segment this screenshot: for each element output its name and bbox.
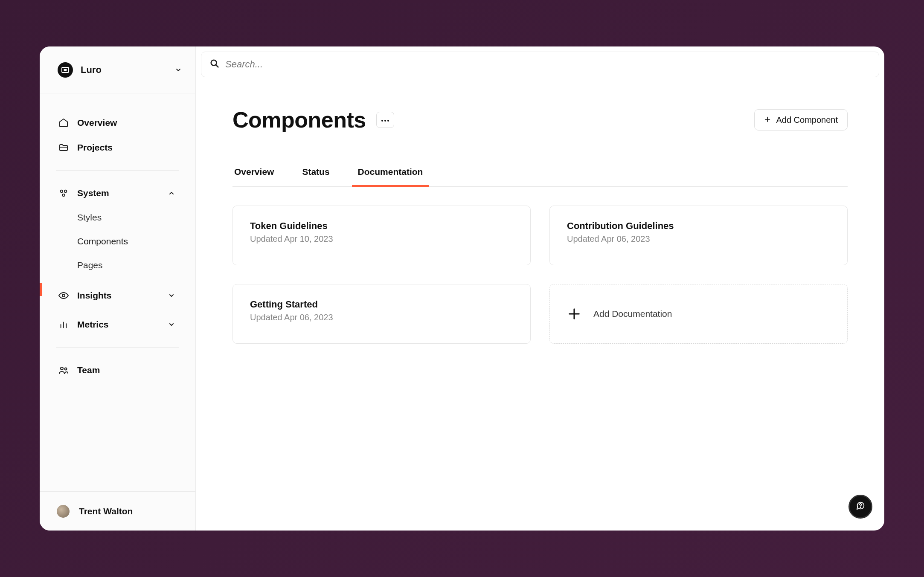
sidebar-item-label: Insights [77, 290, 168, 301]
sidebar-item-label: System [77, 188, 168, 198]
sidebar-item-insights[interactable]: Insights [52, 283, 183, 308]
avatar [57, 505, 70, 518]
workspace-logo [58, 62, 73, 78]
chevron-down-icon [168, 292, 175, 299]
tab-status[interactable]: Status [300, 167, 331, 186]
sidebar-item-label: Components [77, 236, 128, 246]
tab-documentation[interactable]: Documentation [356, 167, 425, 186]
tab-overview[interactable]: Overview [232, 167, 276, 186]
documentation-grid: Token Guidelines Updated Apr 10, 2023 Co… [232, 206, 848, 344]
bar-chart-icon [58, 319, 69, 330]
plus-icon [567, 307, 581, 321]
workspace-name: Luro [81, 64, 175, 75]
sidebar-item-styles[interactable]: Styles [52, 206, 183, 229]
svg-line-11 [216, 65, 218, 67]
sidebar-item-label: Styles [77, 212, 102, 223]
search-bar[interactable] [201, 52, 879, 77]
svg-point-2 [64, 190, 67, 193]
eye-icon [58, 290, 69, 301]
svg-point-3 [62, 194, 65, 197]
help-button[interactable] [848, 495, 872, 519]
active-nav-indicator [40, 283, 42, 296]
sidebar: Luro Overview Projects [40, 46, 196, 531]
add-component-label: Add Component [776, 115, 838, 125]
sidebar-item-overview[interactable]: Overview [52, 110, 183, 135]
chevron-down-icon [175, 67, 182, 73]
add-component-button[interactable]: Add Component [754, 109, 848, 130]
search-icon [210, 59, 219, 70]
more-icon [381, 116, 389, 124]
home-icon [58, 118, 69, 128]
add-documentation-label: Add Documentation [593, 309, 672, 319]
chevron-down-icon [168, 321, 175, 328]
page-header: Components Add Component [232, 107, 848, 133]
plus-icon [764, 115, 771, 125]
doc-updated: Updated Apr 10, 2023 [250, 234, 513, 244]
doc-title: Getting Started [250, 299, 513, 310]
sidebar-item-label: Metrics [77, 319, 168, 330]
svg-point-4 [62, 294, 65, 297]
doc-title: Contribution Guidelines [567, 220, 830, 232]
sidebar-item-team[interactable]: Team [52, 358, 183, 383]
tabs: Overview Status Documentation [232, 167, 848, 187]
doc-updated: Updated Apr 06, 2023 [567, 234, 830, 244]
more-button[interactable] [376, 112, 394, 128]
workspace-switcher[interactable]: Luro [40, 46, 195, 93]
doc-card[interactable]: Getting Started Updated Apr 06, 2023 [232, 284, 531, 344]
doc-updated: Updated Apr 06, 2023 [250, 313, 513, 322]
sidebar-item-components[interactable]: Components [52, 229, 183, 253]
sidebar-item-label: Overview [77, 118, 175, 128]
app-window: Luro Overview Projects [40, 46, 884, 531]
add-documentation-card[interactable]: Add Documentation [549, 284, 848, 344]
folder-icon [58, 142, 69, 153]
sidebar-item-pages[interactable]: Pages [52, 253, 183, 277]
search-input[interactable] [225, 59, 870, 70]
sidebar-item-projects[interactable]: Projects [52, 135, 183, 160]
sidebar-nav: Overview Projects System [40, 93, 195, 491]
doc-title: Token Guidelines [250, 220, 513, 232]
chevron-up-icon [168, 190, 175, 197]
nav-divider [56, 347, 179, 348]
svg-point-12 [381, 120, 383, 122]
sidebar-item-label: Pages [77, 260, 103, 270]
users-icon [58, 365, 69, 375]
main: Components Add Component Overview Status [196, 46, 884, 531]
system-icon [58, 188, 69, 198]
user-name: Trent Walton [79, 506, 133, 516]
page-title: Components [232, 107, 366, 133]
nav-divider [56, 170, 179, 171]
doc-card[interactable]: Contribution Guidelines Updated Apr 06, … [549, 206, 848, 265]
svg-point-9 [65, 368, 67, 370]
sidebar-item-metrics[interactable]: Metrics [52, 312, 183, 337]
svg-point-8 [61, 367, 63, 370]
svg-point-13 [384, 120, 386, 122]
svg-point-1 [61, 190, 63, 193]
svg-point-14 [387, 120, 389, 122]
sidebar-item-system[interactable]: System [52, 181, 183, 206]
help-icon [856, 501, 865, 512]
content: Components Add Component Overview Status [196, 77, 884, 344]
svg-point-19 [860, 507, 860, 507]
user-menu[interactable]: Trent Walton [40, 491, 195, 531]
sidebar-item-label: Projects [77, 142, 175, 153]
doc-card[interactable]: Token Guidelines Updated Apr 10, 2023 [232, 206, 531, 265]
sidebar-item-label: Team [77, 365, 175, 375]
